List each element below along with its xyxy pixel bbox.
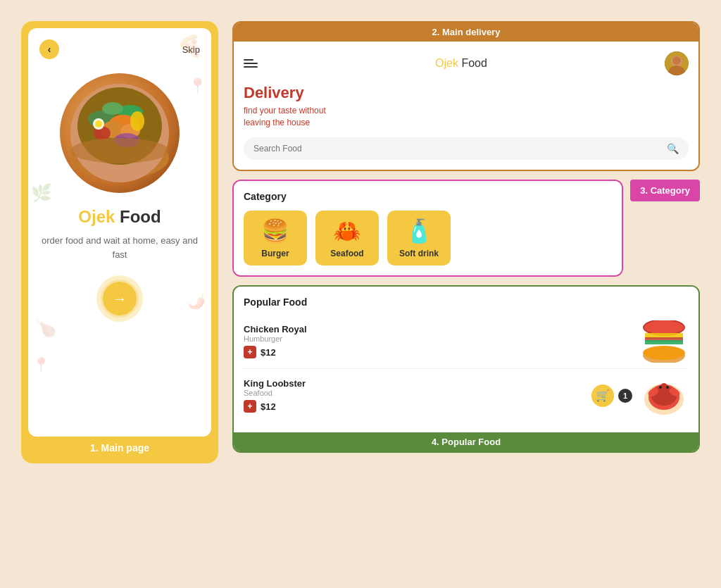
food-type-2: Seafood <box>244 389 584 397</box>
section-4-popular-food: Popular Food Chicken Royal Humburger + $… <box>232 285 700 453</box>
burger-svg <box>639 320 689 363</box>
delivery-subtext: find your taste without leaving the hous… <box>244 105 689 129</box>
svg-point-20 <box>644 320 684 334</box>
brand-ojek-label: Ojek <box>435 57 458 69</box>
cart-count: 1 <box>618 389 632 403</box>
search-input[interactable] <box>253 144 661 154</box>
svg-point-10 <box>130 111 144 131</box>
svg-point-13 <box>95 120 102 127</box>
svg-point-5 <box>102 102 123 115</box>
brand-food: Food <box>115 207 161 226</box>
app-subtitle: order food and wait at home, easy and fa… <box>39 234 200 261</box>
brand-ojek: Ojek <box>78 207 115 226</box>
popular-food-title: Popular Food <box>244 296 689 308</box>
category-item-seafood[interactable]: 🦀 Seafood <box>315 211 379 265</box>
food-price-2: $12 <box>261 401 276 412</box>
food-price-row-1: + $12 <box>244 346 632 358</box>
wm-pepper-icon: 🌶️ <box>188 293 206 310</box>
search-bar: 🔍 <box>244 137 689 160</box>
wm-pin-icon: 📍 <box>188 77 207 96</box>
delivery-top-bar: Ojek Food <box>244 51 689 75</box>
left-panel-label: 1. Main page <box>28 437 211 456</box>
hamburger-line-1 <box>244 59 253 61</box>
category-item-burger[interactable]: 🍔 Burger <box>244 211 307 265</box>
svg-point-33 <box>666 386 669 389</box>
section-4-header: 4. Popular Food <box>234 432 698 451</box>
food-type-1: Humburger <box>244 334 632 343</box>
food-info-1: Chicken Royal Humburger + $12 <box>244 324 632 358</box>
svg-point-32 <box>659 386 662 389</box>
avatar-svg <box>665 51 689 75</box>
svg-point-18 <box>672 56 681 65</box>
category-title: Category <box>244 191 612 202</box>
back-button[interactable]: ‹ <box>39 39 59 59</box>
food-price-row-2: + $12 <box>244 400 584 413</box>
skip-button[interactable]: Skip <box>182 44 200 55</box>
search-icon: 🔍 <box>667 143 679 154</box>
food-info-2: King Loobster Seafood + $12 <box>244 378 584 413</box>
softdrink-label: Soft drink <box>399 249 439 258</box>
right-panel: 2. Main delivery Ojek Food <box>232 21 700 453</box>
food-item-2: King Loobster Seafood + $12 🛒 1 <box>244 369 689 423</box>
category-content: Category 🍔 Burger 🦀 Seafood 🧴 Soft dr <box>234 181 622 275</box>
burger-icon: 🍔 <box>261 218 289 244</box>
food-image-2 <box>639 375 689 417</box>
section-3-row: Category 🍔 Burger 🦀 Seafood 🧴 Soft dr <box>232 180 700 277</box>
section-3-label: 3. Category <box>630 180 700 201</box>
hamburger-menu-icon[interactable] <box>244 59 258 68</box>
user-avatar[interactable] <box>665 51 689 75</box>
delivery-heading: Delivery <box>244 84 689 102</box>
delivery-sub2: leaving the house <box>244 118 310 127</box>
add-button-1[interactable]: + <box>244 346 256 358</box>
hamburger-line-3 <box>244 66 258 68</box>
add-button-2[interactable]: + <box>244 400 256 413</box>
food-image-1 <box>639 320 689 363</box>
softdrink-icon: 🧴 <box>405 218 433 244</box>
food-price-1: $12 <box>261 347 276 358</box>
cart-icon[interactable]: 🛒 <box>591 384 614 407</box>
food-bowl-image <box>60 73 180 193</box>
category-item-softdrink[interactable]: 🧴 Soft drink <box>387 211 451 265</box>
cart-area: 🛒 1 <box>591 384 632 407</box>
brand-food-label: Food <box>458 57 487 69</box>
delivery-sub1: find your taste without <box>244 106 326 115</box>
svg-point-14 <box>70 138 169 163</box>
section-3-category: Category 🍔 Burger 🦀 Seafood 🧴 Soft dr <box>232 180 623 277</box>
seafood-label: Seafood <box>330 249 363 258</box>
main-page-panel: 🍕 📍 🍗 📍 🌿 🌶️ ‹ Skip <box>21 21 218 463</box>
wm-food-icon: 🍗 <box>34 316 56 338</box>
delivery-card: Ojek Food Delivery find your taste witho… <box>234 42 698 170</box>
burger-label: Burger <box>261 249 289 258</box>
category-items: 🍔 Burger 🦀 Seafood 🧴 Soft drink <box>244 211 612 265</box>
wm-leaf-icon: 🌿 <box>31 183 52 203</box>
popular-food-card: Popular Food Chicken Royal Humburger + $… <box>234 287 698 432</box>
section-2-main-delivery: 2. Main delivery Ojek Food <box>232 21 700 171</box>
app-title: Ojek Food <box>78 207 161 227</box>
brand-name: Ojek Food <box>435 57 487 70</box>
section-2-header: 2. Main delivery <box>234 23 698 42</box>
svg-rect-23 <box>645 340 683 344</box>
food-name-1: Chicken Royal <box>244 324 632 334</box>
phone-frame: 🍕 📍 🍗 📍 🌿 🌶️ ‹ Skip <box>28 28 211 437</box>
food-item-1: Chicken Royal Humburger + $12 <box>244 315 689 369</box>
phone-top-bar: ‹ Skip <box>39 39 200 59</box>
food-name-2: King Loobster <box>244 378 584 389</box>
hamburger-line-2 <box>244 63 258 64</box>
food-bowl-svg <box>60 73 180 193</box>
seafood-icon: 🦀 <box>333 218 361 244</box>
wm-pin2-icon: 📍 <box>32 356 50 373</box>
svg-point-25 <box>643 346 685 360</box>
next-button[interactable]: → <box>101 280 139 318</box>
svg-point-31 <box>660 383 668 394</box>
lobster-svg <box>639 375 689 417</box>
